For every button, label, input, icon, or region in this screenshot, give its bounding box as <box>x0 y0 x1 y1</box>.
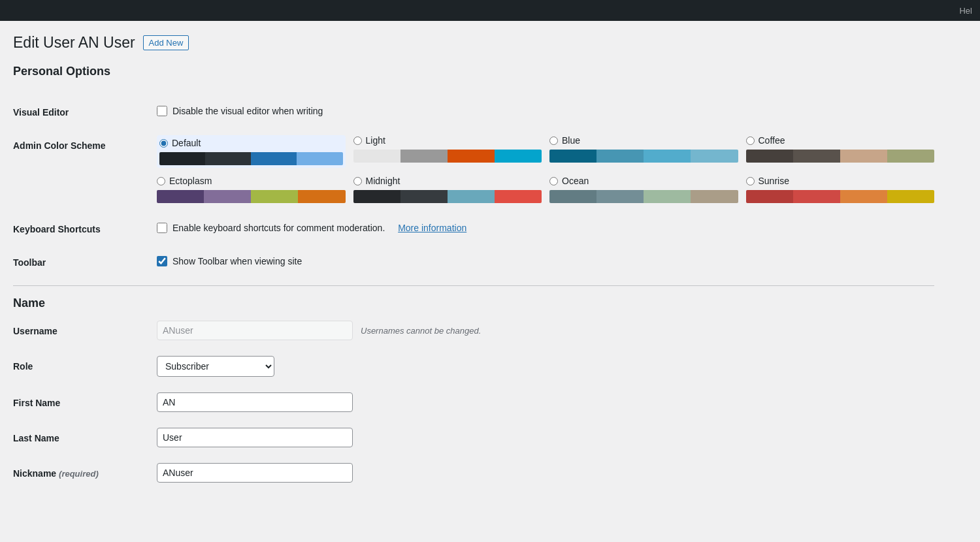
color-scheme-label-default[interactable]: Default <box>159 138 343 148</box>
color-swatch <box>840 190 887 203</box>
visual-editor-checkbox-label[interactable]: Disable the visual editor when writing <box>157 106 934 116</box>
color-scheme-name-ectoplasm: Ectoplasm <box>169 176 212 186</box>
keyboard-shortcuts-more-info[interactable]: More information <box>398 223 466 233</box>
color-swatch-bar-ectoplasm <box>157 190 346 203</box>
color-swatch <box>400 190 448 203</box>
color-swatch <box>297 152 342 165</box>
color-swatch <box>251 190 298 203</box>
visual-editor-checkbox[interactable] <box>157 106 167 116</box>
color-swatch <box>644 190 691 203</box>
color-scheme-radio-default[interactable] <box>159 139 168 148</box>
visual-editor-cell: Disable the visual editor when writing <box>157 94 934 127</box>
keyboard-shortcuts-label: Keyboard Shortcuts <box>13 211 157 244</box>
color-scheme-name-sunrise: Sunrise <box>759 176 789 186</box>
color-scheme-name-default: Default <box>172 138 201 148</box>
color-scheme-radio-midnight[interactable] <box>353 177 362 185</box>
color-scheme-radio-ocean[interactable] <box>549 177 558 185</box>
nickname-input[interactable] <box>157 463 353 483</box>
color-scheme-label-light[interactable]: Light <box>353 135 542 146</box>
color-scheme-radio-coffee[interactable] <box>746 136 755 145</box>
keyboard-shortcuts-checkbox-label[interactable]: Enable keyboard shortcuts for comment mo… <box>157 223 934 233</box>
color-scheme-name-light: Light <box>366 135 385 146</box>
color-swatch <box>400 150 448 163</box>
username-row-content: Usernames cannot be changed. <box>157 321 934 340</box>
last-name-label: Last Name <box>13 420 157 455</box>
color-scheme-midnight[interactable]: Midnight <box>353 176 542 203</box>
color-scheme-label-ectoplasm[interactable]: Ectoplasm <box>157 176 346 186</box>
add-new-button[interactable]: Add New <box>143 35 189 50</box>
visual-editor-label: Visual Editor <box>13 94 157 127</box>
first-name-row: First Name <box>13 385 934 420</box>
nickname-cell <box>157 455 934 490</box>
color-scheme-label-midnight[interactable]: Midnight <box>353 176 542 186</box>
keyboard-shortcuts-row: Keyboard Shortcuts Enable keyboard short… <box>13 211 934 244</box>
color-scheme-name-blue: Blue <box>562 135 580 146</box>
color-scheme-light[interactable]: Light <box>353 135 542 168</box>
color-scheme-blue[interactable]: Blue <box>549 135 738 168</box>
color-swatch-bar-blue <box>549 150 738 163</box>
color-scheme-grid: DefaultLightBlueCoffeeEctoplasmMidnightO… <box>157 135 934 203</box>
role-label: Role <box>13 348 157 385</box>
color-scheme-label: Admin Color Scheme <box>13 127 157 211</box>
color-swatch <box>448 150 495 163</box>
username-input <box>157 321 353 340</box>
nickname-label: Nickname (required) <box>13 455 157 490</box>
role-cell: SubscriberContributorAuthorEditorAdminis… <box>157 348 934 385</box>
toolbar-checkbox-label[interactable]: Show Toolbar when viewing site <box>157 256 934 266</box>
color-swatch-bar-ocean <box>549 190 738 203</box>
color-scheme-ocean[interactable]: Ocean <box>549 176 738 203</box>
visual-editor-checkbox-text: Disable the visual editor when writing <box>172 106 323 116</box>
color-scheme-ectoplasm[interactable]: Ectoplasm <box>157 176 346 203</box>
color-scheme-label-coffee[interactable]: Coffee <box>746 135 935 146</box>
color-swatch <box>204 190 251 203</box>
role-select[interactable]: SubscriberContributorAuthorEditorAdminis… <box>157 356 274 377</box>
color-swatch <box>793 190 840 203</box>
color-scheme-name-coffee: Coffee <box>759 135 785 146</box>
username-row: Username Usernames cannot be changed. <box>13 313 934 348</box>
help-link[interactable]: Hel <box>959 6 972 16</box>
color-swatch-bar-default <box>159 152 343 165</box>
name-table: Username Usernames cannot be changed. Ro… <box>13 313 934 490</box>
toolbar-row: Toolbar Show Toolbar when viewing site <box>13 244 934 278</box>
color-scheme-radio-light[interactable] <box>353 136 362 145</box>
toolbar-checkbox-text: Show Toolbar when viewing site <box>172 256 302 266</box>
color-swatch <box>448 190 495 203</box>
last-name-input[interactable] <box>157 428 353 447</box>
color-swatch <box>159 152 205 165</box>
name-section: Name Username Usernames cannot be change… <box>13 285 934 490</box>
color-scheme-label-sunrise[interactable]: Sunrise <box>746 176 935 186</box>
visual-editor-row: Visual Editor Disable the visual editor … <box>13 94 934 127</box>
username-cell: Usernames cannot be changed. <box>157 313 934 348</box>
username-label: Username <box>13 313 157 348</box>
toolbar-checkbox[interactable] <box>157 256 167 266</box>
color-swatch <box>596 150 644 163</box>
color-scheme-radio-blue[interactable] <box>549 136 558 145</box>
toolbar-label: Toolbar <box>13 244 157 278</box>
personal-options-section: Personal Options Visual Editor Disable t… <box>13 65 934 278</box>
color-swatch <box>596 190 644 203</box>
nickname-row: Nickname (required) <box>13 455 934 490</box>
color-swatch <box>746 190 793 203</box>
first-name-label: First Name <box>13 385 157 420</box>
color-scheme-default[interactable]: Default <box>157 135 346 168</box>
color-swatch <box>793 150 840 163</box>
color-swatch <box>549 190 596 203</box>
color-scheme-label-blue[interactable]: Blue <box>549 135 738 146</box>
color-scheme-radio-sunrise[interactable] <box>746 177 755 185</box>
color-swatch <box>840 150 887 163</box>
color-scheme-coffee[interactable]: Coffee <box>746 135 935 168</box>
first-name-input[interactable] <box>157 392 353 412</box>
color-swatch <box>251 152 297 165</box>
color-swatch <box>691 150 738 163</box>
toolbar-cell: Show Toolbar when viewing site <box>157 244 934 278</box>
color-scheme-sunrise[interactable]: Sunrise <box>746 176 935 203</box>
color-scheme-radio-ectoplasm[interactable] <box>157 177 165 185</box>
keyboard-shortcuts-cell: Enable keyboard shortcuts for comment mo… <box>157 211 934 244</box>
color-swatch-bar-midnight <box>353 190 542 203</box>
username-note: Usernames cannot be changed. <box>361 326 481 336</box>
color-scheme-label-ocean[interactable]: Ocean <box>549 176 738 186</box>
color-swatch-bar-coffee <box>746 150 935 163</box>
color-scheme-name-midnight: Midnight <box>366 176 400 186</box>
keyboard-shortcuts-checkbox[interactable] <box>157 223 167 233</box>
color-swatch <box>644 150 691 163</box>
